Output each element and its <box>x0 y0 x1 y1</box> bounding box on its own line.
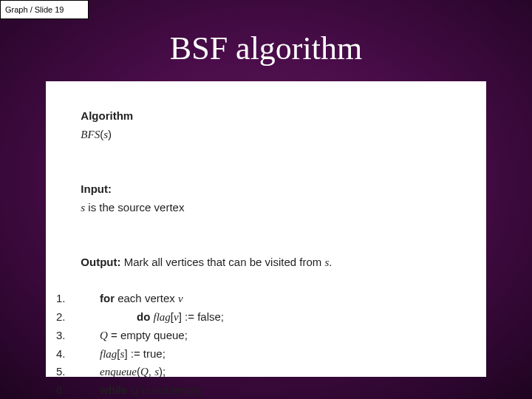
algo-header-input: Input: s is the source vertex <box>56 162 476 235</box>
input-rest: is the source vertex <box>85 201 184 214</box>
line-number: 3. <box>56 327 81 345</box>
algo-header-algorithm-text: Algorithm BFS(s) <box>56 89 476 162</box>
line-body: do flag[v] := false; <box>81 308 476 327</box>
output-rest: Mark all vertices that can be visited fr… <box>120 256 324 268</box>
algorithm-box: Algorithm BFS(s) Input: s is the source … <box>46 81 486 377</box>
line-number: 2. <box>56 308 81 327</box>
algo-header-input-text: Input: s is the source vertex <box>56 162 476 235</box>
algo-line: 6. while Q is not empty <box>56 381 476 399</box>
output-label: Output: <box>81 256 120 268</box>
line-body: flag[s] := true; <box>81 345 476 364</box>
line-number: 4. <box>56 345 81 364</box>
output-var: s <box>324 256 329 268</box>
algorithm-lines: Why use queue? Need FIFO 1. for each ver… <box>56 290 476 399</box>
slide: Graph / Slide 19 BSF algorithm Algorithm… <box>0 0 532 399</box>
algo-line: 5. enqueue(Q, s); <box>56 363 476 381</box>
line-number: 6. <box>56 381 81 399</box>
algo-line: 1. for each vertex v <box>56 290 476 308</box>
algo-line: 2. do flag[v] := false; <box>56 308 476 327</box>
line-body: Q = empty queue; <box>81 327 476 345</box>
line-number: 1. <box>56 290 81 308</box>
line-body: for each vertex v <box>81 290 476 308</box>
algorithm-name: BFS <box>81 129 100 140</box>
slide-title: BSF algorithm <box>0 30 532 67</box>
line-number: 5. <box>56 363 81 381</box>
algo-header-output: Output: Mark all vertices that can be vi… <box>56 235 476 290</box>
algo-header-algorithm: Algorithm BFS(s) <box>56 89 476 162</box>
algo-line: 4. flag[s] := true; <box>56 345 476 364</box>
algo-header-output-text: Output: Mark all vertices that can be vi… <box>56 235 476 290</box>
algorithm-arg: s <box>103 129 108 140</box>
line-body: enqueue(Q, s); <box>81 363 476 381</box>
slide-number-label: Graph / Slide 19 <box>0 0 89 19</box>
algorithm-label: Algorithm <box>81 109 133 122</box>
input-label: Input: <box>81 183 112 195</box>
line-body: while Q is not empty <box>81 381 476 399</box>
algo-line: 3. Q = empty queue; <box>56 327 476 345</box>
